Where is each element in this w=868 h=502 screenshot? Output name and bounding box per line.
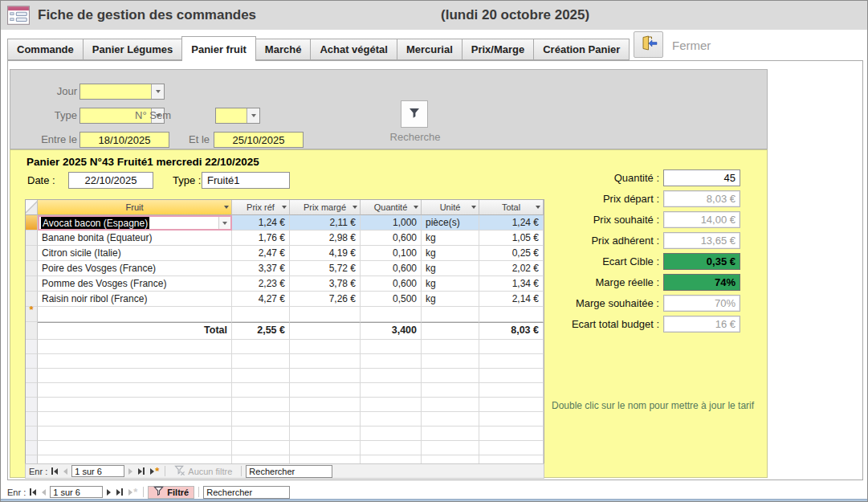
record-counter-label: Enr : xyxy=(7,488,26,497)
summary-field-ecart-cible: 0,35 € xyxy=(663,253,740,270)
panier-fruit-subform: Panier 2025 N°43 Fruité1 mercredi 22/10/… xyxy=(10,149,768,478)
summary-label-prix-adherent: Prix adhérent : xyxy=(460,232,659,249)
last-record-button[interactable] xyxy=(115,488,124,496)
chevron-down-icon[interactable] xyxy=(247,108,259,123)
summary-field-marge-souhaitee: 70% xyxy=(663,295,740,312)
type-label: Type xyxy=(10,108,77,124)
jour-combobox[interactable] xyxy=(79,84,165,100)
entre-le-label: Entre le xyxy=(10,132,77,148)
date-fin-input[interactable] xyxy=(214,132,304,148)
summary-field-quantite[interactable]: 45 xyxy=(663,169,740,186)
tab-panier-legumes[interactable]: Panier Légumes xyxy=(83,39,182,60)
filter-panel: Jour Type N° Sem Entre le Et le xyxy=(10,69,768,149)
tab-creation-panier[interactable]: Création Panier xyxy=(533,39,630,60)
form-icon xyxy=(7,5,30,26)
previous-record-button[interactable] xyxy=(40,488,47,496)
summary-label-ecart-cible: Ecart Cible : xyxy=(460,253,659,270)
new-record-button[interactable]: * xyxy=(149,467,161,475)
window-title: Fiche de gestion des commandes xyxy=(38,7,256,23)
nsem-label: N° Sem xyxy=(104,108,171,124)
close-button-label: Fermer xyxy=(672,39,711,52)
jour-label: Jour xyxy=(10,84,77,100)
tab-commande[interactable]: Commande xyxy=(7,39,84,60)
first-record-button[interactable] xyxy=(28,488,38,496)
next-record-button[interactable] xyxy=(105,488,112,496)
tab-panier-fruit[interactable]: Panier fruit xyxy=(181,36,256,61)
summary-field-prix-depart: 8,03 € xyxy=(663,190,740,207)
search-filter-button[interactable] xyxy=(401,100,428,128)
summary-field-prix-adherent: 13,65 € xyxy=(663,232,740,249)
record-position-input[interactable] xyxy=(50,486,103,498)
summary-label-marge-souhaitee: Marge souhaitée : xyxy=(460,295,659,312)
summary-label-marge-reelle: Marge réelle : xyxy=(460,274,659,291)
et-le-label: Et le xyxy=(143,132,210,148)
title-bar: Fiche de gestion des commandes (lundi 20… xyxy=(1,1,867,30)
window-date: (lundi 20 octobre 2025) xyxy=(441,7,589,23)
chevron-down-icon[interactable] xyxy=(151,84,164,99)
summary-label-prix-souhaite: Prix souhaité : xyxy=(460,211,659,228)
record-position-input[interactable] xyxy=(71,465,124,477)
tab-marche[interactable]: Marché xyxy=(255,39,312,60)
tab-achat-vegetal[interactable]: Achat végétal xyxy=(310,39,397,60)
filtered-button[interactable]: Filtré xyxy=(148,486,194,499)
new-record-button[interactable]: * xyxy=(127,488,139,496)
panier-title: Panier 2025 N°43 Fruité1 mercredi 22/10/… xyxy=(26,156,259,168)
window-bottom-edge xyxy=(1,499,867,501)
semaine-combobox[interactable] xyxy=(215,108,260,124)
search-button-label: Recherche xyxy=(377,131,454,143)
record-counter-label: Enr : xyxy=(29,467,47,476)
summary-label-quantite: Quantité : xyxy=(460,169,659,186)
tab-strip: CommandePanier LégumesPanier fruitMarché… xyxy=(7,36,629,60)
last-record-button[interactable] xyxy=(137,467,146,475)
summary-field-marge-reelle: 74% xyxy=(663,274,740,291)
funnel-icon xyxy=(408,107,421,122)
funnel-x-icon xyxy=(174,465,185,477)
tab-page-panier-fruit: Jour Type N° Sem Entre le Et le xyxy=(7,60,863,480)
mainform-search-input[interactable] xyxy=(203,486,290,499)
tab-prix-marge[interactable]: Prix/Marge xyxy=(462,39,534,60)
summary-label-ecart-total-budget: Ecart total budget : xyxy=(460,316,659,333)
summary-label-prix-depart: Prix départ : xyxy=(460,190,659,207)
double-click-note: Double clic sur le nom pour mettre à jou… xyxy=(552,400,754,411)
first-record-button[interactable] xyxy=(50,467,59,475)
funnel-icon xyxy=(153,486,165,498)
close-form-button[interactable] xyxy=(634,31,663,58)
subform-search-input[interactable] xyxy=(246,465,332,478)
summary-field-ecart-total-budget: 16 € xyxy=(663,316,740,333)
previous-record-button[interactable] xyxy=(62,467,69,475)
order-management-window: Fiche de gestion des commandes (lundi 20… xyxy=(0,0,868,502)
exit-door-icon xyxy=(640,35,658,54)
mainform-record-navigator: Enr : * Filtré xyxy=(7,484,290,500)
next-record-button[interactable] xyxy=(127,467,134,475)
subform-record-navigator: Enr : * Aucun filtre xyxy=(25,463,544,479)
tab-mercurial[interactable]: Mercurial xyxy=(397,39,463,60)
summary-field-prix-souhaite: 14,00 € xyxy=(663,211,740,228)
no-filter-button[interactable]: Aucun filtre xyxy=(169,465,237,478)
